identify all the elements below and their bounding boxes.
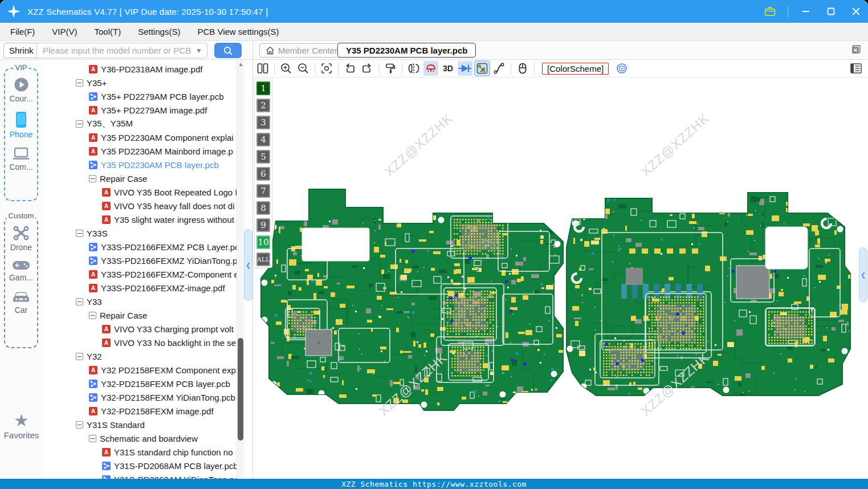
zoom-out-icon[interactable] xyxy=(296,61,311,76)
tree-item[interactable]: Y31S-PD2068AM YiDianTong.pcb xyxy=(43,472,237,479)
sidebar-item-car[interactable]: Car xyxy=(5,290,37,315)
tree-item[interactable]: AVIVO Y35 Boot Repeated Logo F xyxy=(43,185,237,199)
tree-item[interactable]: AVIVO Y33 Charging prompt volt xyxy=(43,322,237,336)
layer-button-1[interactable]: 1 xyxy=(256,82,270,95)
tree-item[interactable]: Repair Case xyxy=(43,172,237,185)
tree-scrollbar-thumb[interactable] xyxy=(238,338,243,441)
search-input[interactable] xyxy=(37,46,195,55)
tree-item[interactable]: AVIVO Y33 No backlight in the se xyxy=(43,336,237,349)
sidebar-item-phone[interactable]: Phone xyxy=(5,111,37,139)
tree-item[interactable]: Y33 xyxy=(43,295,237,308)
tree-item[interactable]: Y31S Standard xyxy=(43,418,237,431)
collapse-icon[interactable] xyxy=(89,312,96,319)
tree-item[interactable]: Repair Case xyxy=(43,308,237,322)
minimize-button[interactable] xyxy=(798,4,813,19)
zoom-in-icon[interactable] xyxy=(279,61,294,76)
rotate-left-icon[interactable] xyxy=(343,61,357,76)
tree-item[interactable]: AY35 PD2230AM Mainbord image.p xyxy=(43,144,237,158)
collapse-icon[interactable] xyxy=(76,353,83,360)
menu-vip[interactable]: VIP(V) xyxy=(52,27,77,36)
tree-item[interactable]: Y31S-PD2068AM PCB layer.pcb xyxy=(43,459,237,472)
tree-item[interactable]: Y33S-PD2166FEXMZ PCB Layer.pcb xyxy=(43,240,237,254)
color-scheme-button[interactable]: [ColorScheme] xyxy=(542,63,609,75)
collapse-icon[interactable] xyxy=(89,435,96,442)
menu-file[interactable]: File(F) xyxy=(10,27,35,36)
curve-icon[interactable] xyxy=(492,61,507,76)
diode-icon[interactable] xyxy=(458,61,472,76)
search-box[interactable]: ▼ xyxy=(36,43,207,58)
tree-item[interactable]: Schematic and boardview xyxy=(43,431,237,445)
tree-item[interactable]: AY36-PD2318AM image.pdf xyxy=(43,62,237,76)
tree-item[interactable]: AY32 PD2158FEXM Component exp xyxy=(43,363,237,377)
tree-scrollbar[interactable]: ▲ xyxy=(237,60,244,479)
tree-item[interactable]: AY31S standard chip function no xyxy=(43,445,237,459)
eye-target-icon[interactable] xyxy=(614,61,629,76)
tree-item[interactable]: AY33S-PD2166FEXMZ-image.pdf xyxy=(43,281,237,295)
close-tab-icon[interactable] xyxy=(850,43,862,56)
collapse-tree-handle[interactable]: ❮ xyxy=(244,229,252,301)
menu-tool[interactable]: Tool(T) xyxy=(95,27,121,36)
tree-item[interactable]: Y32 xyxy=(43,349,237,363)
collapse-icon[interactable] xyxy=(76,120,83,128)
tree-item[interactable]: AY35+ PD2279AM image.pdf xyxy=(43,103,237,117)
tree-item[interactable]: Y35、Y35M xyxy=(43,117,237,131)
tree-item[interactable]: AY32-PD2158FEXM image.pdf xyxy=(43,404,237,418)
split-view-icon[interactable] xyxy=(255,61,270,76)
collapse-icon[interactable] xyxy=(76,79,83,87)
mouse-icon[interactable] xyxy=(515,61,530,76)
tree-item[interactable]: Y35 PD2230AM PCB layer.pcb xyxy=(43,158,237,172)
close-button[interactable] xyxy=(849,4,863,19)
layer-button-4[interactable]: 4 xyxy=(256,133,270,146)
layer-button-6[interactable]: 6 xyxy=(256,167,270,181)
tree-item[interactable]: Y33S-PD2166FEXMZ YiDianTong.p xyxy=(43,254,237,267)
layer-button-7[interactable]: 7 xyxy=(256,184,270,198)
collapse-icon[interactable] xyxy=(76,230,83,237)
maximize-button[interactable] xyxy=(824,4,838,19)
layer-button-9[interactable]: 9 xyxy=(256,218,270,232)
tree-item-label: Y32 xyxy=(87,352,102,361)
sidebar-item-computer[interactable]: Com... xyxy=(5,147,37,172)
collapse-icon[interactable] xyxy=(76,298,83,305)
shrink-button[interactable]: Shrink xyxy=(3,43,39,58)
layer-button-10[interactable]: 10 xyxy=(256,235,270,249)
measure-probe-icon[interactable] xyxy=(475,61,490,76)
briefcase-icon[interactable] xyxy=(763,4,777,19)
sidebar-item-game[interactable]: Gam... xyxy=(5,260,37,282)
layer-button-2[interactable]: 2 xyxy=(256,99,270,112)
tree-item[interactable]: AY35 PD2230AM Component explai xyxy=(43,131,237,144)
search-button[interactable] xyxy=(214,43,242,58)
paint-roller-icon[interactable] xyxy=(383,61,398,76)
tree-item[interactable]: Y35+ PD2279AM PCB layer.pcb xyxy=(43,89,237,103)
pcb-canvas[interactable]: 1 12345678910ALL XZZ@XZZHKXZZ@XZZHKXZZ@X… xyxy=(253,78,868,479)
layer-button-8[interactable]: 8 xyxy=(256,201,270,215)
sidebar-item-course[interactable]: Cour... xyxy=(5,77,37,103)
tree-item[interactable]: Y33S xyxy=(43,226,237,240)
pcb-board-view[interactable]: 1 xyxy=(253,78,868,479)
collapse-icon[interactable] xyxy=(76,421,83,429)
tree-item[interactable]: AVIVO Y35 heavy fall does not di xyxy=(43,199,237,213)
collapse-right-handle[interactable]: ❮ xyxy=(859,247,867,302)
tree-item[interactable]: Y35+ xyxy=(43,76,237,89)
mirror-flip-icon[interactable] xyxy=(406,61,421,76)
layer-button-3[interactable]: 3 xyxy=(256,116,270,129)
layer-button-5[interactable]: 5 xyxy=(256,150,270,164)
menu-pcb-view-settings[interactable]: PCB View settings(S) xyxy=(197,27,279,36)
tree-item[interactable]: AY35 slight water ingress without xyxy=(43,213,237,226)
layer-button-all[interactable]: ALL xyxy=(256,252,270,266)
collapse-icon[interactable] xyxy=(89,175,96,182)
document-tab[interactable]: Y35 PD2230AM PCB layer.pcb xyxy=(337,43,476,58)
sidebar-item-favorites[interactable]: ★ Favorites xyxy=(0,412,43,440)
capture-fit-icon[interactable] xyxy=(319,61,334,76)
rotate-right-icon[interactable] xyxy=(360,61,374,76)
lamp-icon[interactable] xyxy=(423,61,438,76)
3d-view-button[interactable]: 3D xyxy=(441,61,455,76)
scroll-up-icon[interactable]: ▲ xyxy=(237,61,244,67)
member-center-button[interactable]: Member Center xyxy=(259,43,344,58)
tree-item[interactable]: AY33S-PD2166FEXMZ-Component e xyxy=(43,267,237,281)
menu-settings[interactable]: Settings(S) xyxy=(138,27,180,36)
layers-panel-icon[interactable] xyxy=(849,61,863,76)
tree-item[interactable]: Y32-PD2158FEXM PCB layer.pcb xyxy=(43,377,237,390)
sidebar-item-drone[interactable]: Drone xyxy=(5,225,37,252)
tree-item[interactable]: Y32-PD2158FEXM YiDianTong.pcb xyxy=(43,390,237,404)
chevron-down-icon[interactable]: ▼ xyxy=(195,47,202,55)
